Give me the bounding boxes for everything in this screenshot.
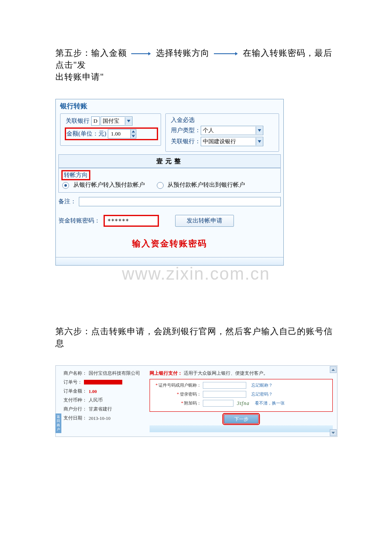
deposit-legend: 入金必选 [171, 116, 275, 124]
direction-title: 转帐方向 [62, 171, 89, 179]
order-number-redacted [84, 380, 122, 384]
user-type-dropdown[interactable]: 个人 [201, 126, 263, 135]
pay-bottom-bar [150, 425, 333, 432]
deposit-bank-value: 中国建设银行 [201, 138, 256, 145]
next-step-button[interactable]: 下一步 [224, 414, 259, 424]
order-label: 订单号： [63, 379, 82, 385]
direction-group: 转帐方向 从银行帐户转入预付款帐户 从预付款帐户转出到银行帐户 [58, 168, 281, 193]
pwd-label: 资金转账密码： [58, 217, 100, 225]
amount-spinner[interactable]: 1.00 [108, 129, 136, 139]
refresh-captcha-link[interactable]: 看不清，换一张 [255, 400, 285, 406]
chevron-down-icon[interactable] [256, 138, 263, 145]
svg-marker-3 [235, 52, 238, 55]
amount-value: 1.00 [108, 130, 130, 138]
captcha-image: 3tfna [237, 400, 250, 407]
arrow-icon [131, 52, 151, 56]
branch-label: 商户分行： [63, 406, 87, 412]
step5-text-line2: 出转账申请" [55, 72, 104, 81]
user-type-value: 个人 [201, 127, 256, 134]
deposit-bank-label: 关联银行： [171, 138, 201, 145]
svg-marker-8 [258, 140, 261, 143]
svg-marker-4 [127, 120, 130, 122]
direction-opt2-label: 从预付款帐户转出到银行帐户 [167, 182, 245, 188]
chevron-down-icon[interactable] [125, 117, 132, 125]
order-info-panel: 商户名称： 国付宝信息科技有限公司 订单号： 订单金额： 1.00 支付币种： … [56, 366, 148, 436]
svg-marker-5 [132, 130, 135, 133]
merchant-value: 国付宝信息科技有限公司 [89, 370, 140, 376]
payment-panel: 网上银行支付： 适用于大众版网上银行、便捷支付客户。 *证件号码或用户昵称： 忘… [148, 366, 337, 436]
merchant-label: 商户名称： [63, 370, 87, 376]
currency-label: 支付币种： [63, 397, 87, 403]
date-label: 支付日期： [63, 415, 87, 421]
amount-label: 订单金额： [63, 388, 87, 394]
chevron-down-icon[interactable] [256, 127, 263, 134]
step5-text-a: 第五步：输入金额 [55, 48, 127, 58]
svg-marker-1 [148, 52, 151, 55]
pwd-input[interactable]: ****** [104, 216, 158, 226]
radio-icon [62, 182, 69, 189]
assoc-bank-label: 关联银行 [66, 117, 91, 125]
order-amount-value: 1.00 [89, 389, 97, 394]
assoc-bank-dropdown[interactable]: 国付宝 [101, 116, 133, 126]
left-fieldset: 关联银行 D 国付宝 金额(单位：元) 1.00 [60, 113, 161, 146]
submit-label: 发出转帐申请 [187, 217, 222, 225]
amount-chinese: 壹元整 [58, 154, 281, 168]
direction-opt1-label: 从银行帐户转入预付款帐户 [73, 182, 145, 188]
scroll-up-icon[interactable] [330, 366, 337, 373]
assoc-bank-code[interactable]: D [91, 116, 100, 126]
deposit-fieldset: 入金必选 用户类型： 个人 关联银行： 中国建设银行 [165, 113, 279, 152]
radio-icon [157, 182, 164, 189]
remark-label: 备注： [58, 198, 76, 205]
currency-value: 人民币 [89, 397, 103, 403]
arrow-icon [214, 52, 238, 56]
step5-text-b: 选择转账方向 [156, 48, 210, 58]
dialog-footer [56, 257, 283, 265]
remark-input[interactable] [79, 197, 281, 206]
scroll-down-icon[interactable] [330, 429, 337, 436]
id-input[interactable] [203, 382, 246, 389]
submit-button[interactable]: 发出转帐申请 [175, 215, 234, 227]
return-merchant-tab[interactable]: 返回商户 [55, 413, 61, 433]
svg-marker-10 [331, 432, 335, 434]
login-pwd-label: *登录密码： [154, 391, 201, 397]
user-type-label: 用户类型： [171, 127, 201, 134]
step5-instruction: 第五步：输入金额 选择转账方向 在输入转账密码，最后点击"发 出转账申请" [55, 47, 337, 83]
svg-marker-6 [132, 135, 135, 137]
direction-radio-out[interactable]: 从预付款帐户转出到银行帐户 [157, 181, 245, 189]
watermark: www.zixin.com.cn [122, 264, 270, 283]
amount-label: 金额(单位：元) [66, 130, 106, 138]
pwd-value: ****** [107, 217, 129, 224]
svg-marker-9 [331, 369, 335, 371]
forgot-password-link[interactable]: 忘记密码？ [251, 391, 273, 397]
bank-website-screenshot: 返回商户 商户名称： 国付宝信息科技有限公司 订单号： 订单金额： 1.00 支… [55, 365, 337, 437]
password-hint: 输入资金转账密码 [56, 232, 283, 257]
next-label: 下一步 [234, 416, 248, 422]
pay-subtitle: 适用于大众版网上银行、便捷支付客户。 [184, 370, 268, 376]
id-label: *证件号码或用户昵称： [154, 382, 201, 388]
login-form: *证件号码或用户昵称： 忘记昵称？ *登录密码： 忘记密码？ *附加码： 3tf… [150, 379, 333, 412]
forgot-nickname-link[interactable]: 忘记昵称？ [251, 382, 273, 388]
spin-down-icon[interactable] [131, 134, 136, 139]
spin-up-icon[interactable] [131, 130, 136, 134]
direction-radio-in[interactable]: 从银行帐户转入预付款帐户 [62, 181, 145, 189]
captcha-input[interactable] [203, 400, 233, 407]
assoc-bank-value: 国付宝 [101, 117, 125, 125]
login-pwd-input[interactable] [203, 391, 246, 398]
branch-value: 甘肃省建行 [89, 406, 112, 412]
svg-marker-7 [258, 129, 261, 132]
bank-transfer-dialog: 银行转账 关联银行 D 国付宝 金额(单位：元) [55, 99, 284, 266]
deposit-bank-dropdown[interactable]: 中国建设银行 [201, 137, 263, 146]
date-value: 2013-10-10 [89, 416, 110, 421]
step6-instruction: 第六步：点击转账申请，会跳到银行官网，然后客户输入自己的账号信息 [55, 325, 337, 349]
dialog-title: 银行转账 [56, 99, 283, 112]
pay-title: 网上银行支付： [150, 370, 182, 376]
captcha-label: *附加码： [154, 400, 201, 406]
